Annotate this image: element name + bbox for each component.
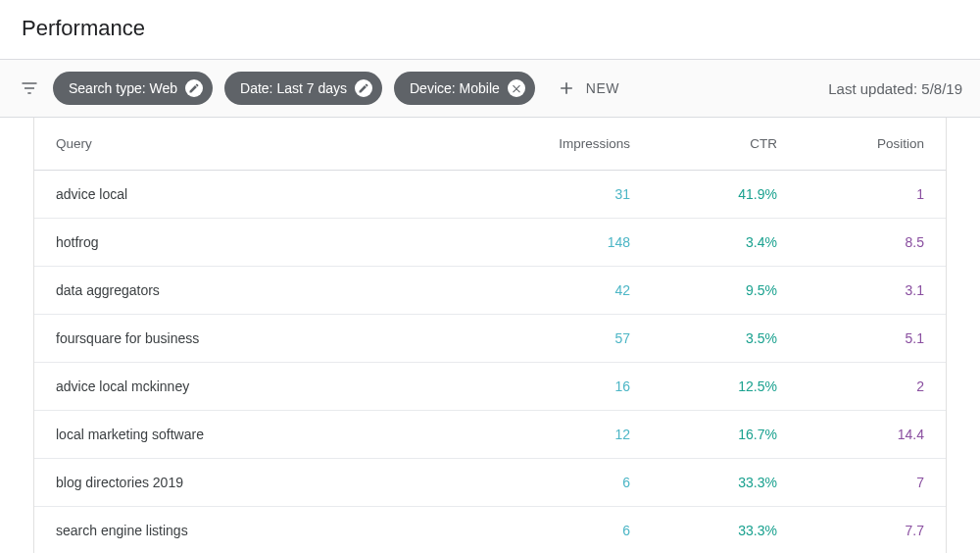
cell-impressions: 16 bbox=[483, 378, 630, 394]
cell-ctr: 16.7% bbox=[630, 427, 777, 442]
cell-ctr: 12.5% bbox=[630, 378, 777, 394]
header-ctr[interactable]: CTR bbox=[630, 136, 777, 151]
cell-position: 1 bbox=[777, 186, 924, 202]
cell-impressions: 6 bbox=[483, 475, 630, 490]
cell-position: 7 bbox=[777, 475, 924, 490]
cell-position: 5.1 bbox=[777, 330, 924, 346]
edit-icon bbox=[355, 79, 372, 97]
cell-impressions: 57 bbox=[483, 330, 630, 346]
chip-label: Date: Last 7 days bbox=[240, 80, 347, 96]
cell-query: blog directories 2019 bbox=[56, 475, 483, 490]
page-header: Performance bbox=[0, 0, 980, 59]
header-position[interactable]: Position bbox=[777, 136, 924, 151]
cell-impressions: 148 bbox=[483, 234, 630, 250]
cell-ctr: 33.3% bbox=[630, 523, 777, 538]
page-title: Performance bbox=[22, 16, 958, 41]
table-row[interactable]: data aggregators429.5%3.1 bbox=[34, 267, 946, 315]
cell-ctr: 9.5% bbox=[630, 282, 777, 298]
filter-bar: Search type: Web Date: Last 7 days Devic… bbox=[0, 59, 980, 118]
filter-icon[interactable] bbox=[18, 76, 41, 100]
table-row[interactable]: hotfrog1483.4%8.5 bbox=[34, 219, 946, 267]
cell-impressions: 31 bbox=[483, 186, 630, 202]
filter-chip-search-type[interactable]: Search type: Web bbox=[53, 72, 213, 105]
table-row[interactable]: advice local3141.9%1 bbox=[34, 171, 946, 219]
cell-impressions: 12 bbox=[483, 427, 630, 442]
new-label: NEW bbox=[586, 80, 619, 96]
table-row[interactable]: blog directories 2019633.3%7 bbox=[34, 459, 946, 507]
cell-query: search engine listings bbox=[56, 523, 483, 538]
cell-query: advice local bbox=[56, 186, 483, 202]
cell-position: 8.5 bbox=[777, 234, 924, 250]
cell-position: 2 bbox=[777, 378, 924, 394]
table-row[interactable]: foursquare for business573.5%5.1 bbox=[34, 315, 946, 363]
header-query[interactable]: Query bbox=[56, 136, 483, 151]
cell-position: 7.7 bbox=[777, 523, 924, 538]
chip-label: Device: Mobile bbox=[410, 80, 500, 96]
filter-chip-device[interactable]: Device: Mobile bbox=[394, 72, 535, 105]
cell-query: hotfrog bbox=[56, 234, 483, 250]
cell-ctr: 3.5% bbox=[630, 330, 777, 346]
filter-chip-date[interactable]: Date: Last 7 days bbox=[224, 72, 382, 105]
cell-position: 14.4 bbox=[777, 427, 924, 442]
cell-ctr: 41.9% bbox=[630, 186, 777, 202]
cell-impressions: 6 bbox=[483, 523, 630, 538]
cell-ctr: 3.4% bbox=[630, 234, 777, 250]
last-updated: Last updated: 5/8/19 bbox=[828, 80, 962, 97]
new-filter-button[interactable]: NEW bbox=[557, 78, 619, 98]
cell-query: local marketing software bbox=[56, 427, 483, 442]
chip-label: Search type: Web bbox=[69, 80, 177, 96]
cell-query: foursquare for business bbox=[56, 330, 483, 346]
table-row[interactable]: search engine listings633.3%7.7 bbox=[34, 507, 946, 553]
cell-ctr: 33.3% bbox=[630, 475, 777, 490]
table-row[interactable]: local marketing software1216.7%14.4 bbox=[34, 411, 946, 459]
cell-impressions: 42 bbox=[483, 282, 630, 298]
edit-icon bbox=[185, 79, 203, 97]
plus-icon bbox=[557, 78, 576, 98]
table-row[interactable]: advice local mckinney1612.5%2 bbox=[34, 363, 946, 411]
query-table: Query Impressions CTR Position advice lo… bbox=[33, 118, 947, 553]
cell-position: 3.1 bbox=[777, 282, 924, 298]
cell-query: advice local mckinney bbox=[56, 378, 483, 394]
close-icon[interactable] bbox=[508, 79, 525, 97]
cell-query: data aggregators bbox=[56, 282, 483, 298]
table-header-row: Query Impressions CTR Position bbox=[34, 118, 946, 171]
header-impressions[interactable]: Impressions bbox=[483, 136, 630, 151]
